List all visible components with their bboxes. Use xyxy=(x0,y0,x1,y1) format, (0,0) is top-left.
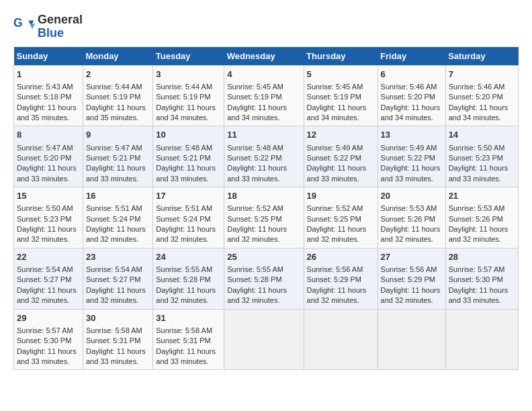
day-number: 3 xyxy=(156,68,221,81)
day-number: 6 xyxy=(381,68,443,81)
calendar-cell: 25Sunrise: 5:55 AMSunset: 5:28 PMDayligh… xyxy=(224,248,304,309)
daylight-text: Daylight: 11 hours and 32 minutes. xyxy=(449,225,508,243)
sunset-text: Sunset: 5:19 PM xyxy=(227,93,281,101)
calendar-cell: 7Sunrise: 5:46 AMSunset: 5:20 PMDaylight… xyxy=(445,65,518,126)
daylight-text: Daylight: 11 hours and 33 minutes. xyxy=(17,347,77,365)
daylight-text: Daylight: 11 hours and 33 minutes. xyxy=(17,164,77,182)
day-number: 10 xyxy=(156,129,221,141)
daylight-text: Daylight: 11 hours and 34 minutes. xyxy=(307,103,367,122)
day-number: 14 xyxy=(449,129,515,141)
calendar-cell: 3Sunrise: 5:44 AMSunset: 5:19 PMDaylight… xyxy=(153,65,224,126)
daylight-text: Daylight: 11 hours and 33 minutes. xyxy=(86,164,146,182)
calendar-cell: 20Sunrise: 5:53 AMSunset: 5:26 PMDayligh… xyxy=(378,187,445,248)
sunset-text: Sunset: 5:22 PM xyxy=(307,154,361,162)
day-number: 19 xyxy=(307,190,375,202)
sunset-text: Sunset: 5:31 PM xyxy=(86,336,140,345)
sunset-text: Sunset: 5:19 PM xyxy=(307,93,361,101)
day-number: 26 xyxy=(307,251,375,263)
day-number: 29 xyxy=(17,312,80,324)
sunrise-text: Sunrise: 5:54 AM xyxy=(86,265,142,273)
sunrise-text: Sunrise: 5:45 AM xyxy=(307,83,363,91)
daylight-text: Daylight: 11 hours and 34 minutes. xyxy=(449,103,508,122)
daylight-text: Daylight: 11 hours and 32 minutes. xyxy=(381,286,441,304)
sunset-text: Sunset: 5:24 PM xyxy=(156,215,210,223)
daylight-text: Daylight: 11 hours and 32 minutes. xyxy=(307,286,367,304)
sunrise-text: Sunrise: 5:54 AM xyxy=(17,265,73,273)
day-number: 25 xyxy=(227,251,300,263)
sunset-text: Sunset: 5:27 PM xyxy=(86,275,140,283)
page-header: G GeneralBlue xyxy=(13,13,519,40)
week-row-4: 22Sunrise: 5:54 AMSunset: 5:27 PMDayligh… xyxy=(14,248,519,309)
sunrise-text: Sunrise: 5:55 AM xyxy=(227,265,283,273)
day-number: 20 xyxy=(381,190,443,202)
calendar-cell xyxy=(304,309,378,370)
sunrise-text: Sunrise: 5:46 AM xyxy=(449,83,505,91)
day-number: 31 xyxy=(156,312,221,324)
header-sunday: Sunday xyxy=(14,47,83,66)
day-number: 18 xyxy=(227,190,300,202)
day-number: 21 xyxy=(449,190,515,202)
day-number: 13 xyxy=(381,129,443,141)
sunrise-text: Sunrise: 5:53 AM xyxy=(381,204,437,212)
day-number: 11 xyxy=(227,129,300,141)
calendar-cell: 13Sunrise: 5:49 AMSunset: 5:22 PMDayligh… xyxy=(378,126,445,187)
week-row-2: 8Sunrise: 5:47 AMSunset: 5:20 PMDaylight… xyxy=(14,126,519,187)
daylight-text: Daylight: 11 hours and 33 minutes. xyxy=(449,164,508,182)
svg-text:G: G xyxy=(13,16,23,30)
daylight-text: Daylight: 11 hours and 32 minutes. xyxy=(156,225,216,243)
sunset-text: Sunset: 5:19 PM xyxy=(86,93,140,101)
daylight-text: Daylight: 11 hours and 34 minutes. xyxy=(227,103,287,122)
daylight-text: Daylight: 11 hours and 32 minutes. xyxy=(227,225,287,243)
sunset-text: Sunset: 5:29 PM xyxy=(381,275,435,283)
sunset-text: Sunset: 5:26 PM xyxy=(381,215,435,223)
day-number: 24 xyxy=(156,251,221,263)
day-number: 23 xyxy=(86,251,150,263)
calendar-cell: 23Sunrise: 5:54 AMSunset: 5:27 PMDayligh… xyxy=(83,248,152,309)
daylight-text: Daylight: 11 hours and 35 minutes. xyxy=(86,103,146,122)
sunset-text: Sunset: 5:20 PM xyxy=(381,93,435,101)
calendar-cell: 9Sunrise: 5:47 AMSunset: 5:21 PMDaylight… xyxy=(83,126,152,187)
sunrise-text: Sunrise: 5:55 AM xyxy=(156,265,212,273)
logo-icon: G xyxy=(13,16,35,38)
sunset-text: Sunset: 5:30 PM xyxy=(449,275,503,283)
calendar-cell xyxy=(378,309,445,370)
sunset-text: Sunset: 5:29 PM xyxy=(307,275,361,283)
header-tuesday: Tuesday xyxy=(153,47,224,66)
sunrise-text: Sunrise: 5:57 AM xyxy=(449,265,505,273)
sunrise-text: Sunrise: 5:48 AM xyxy=(156,144,212,152)
logo: G GeneralBlue xyxy=(13,13,83,40)
calendar-cell: 16Sunrise: 5:51 AMSunset: 5:24 PMDayligh… xyxy=(83,187,152,248)
calendar-cell: 5Sunrise: 5:45 AMSunset: 5:19 PMDaylight… xyxy=(304,65,378,126)
sunset-text: Sunset: 5:24 PM xyxy=(86,215,140,223)
sunset-text: Sunset: 5:23 PM xyxy=(449,154,503,162)
calendar-cell: 31Sunrise: 5:58 AMSunset: 5:31 PMDayligh… xyxy=(153,309,224,370)
daylight-text: Daylight: 11 hours and 34 minutes. xyxy=(381,103,441,122)
calendar-cell: 30Sunrise: 5:58 AMSunset: 5:31 PMDayligh… xyxy=(83,309,152,370)
svg-marker-2 xyxy=(30,24,35,29)
daylight-text: Daylight: 11 hours and 33 minutes. xyxy=(227,164,287,182)
week-row-3: 15Sunrise: 5:50 AMSunset: 5:23 PMDayligh… xyxy=(14,187,519,248)
sunset-text: Sunset: 5:28 PM xyxy=(227,275,281,283)
daylight-text: Daylight: 11 hours and 32 minutes. xyxy=(17,225,77,243)
calendar-cell: 26Sunrise: 5:56 AMSunset: 5:29 PMDayligh… xyxy=(304,248,378,309)
calendar-cell: 29Sunrise: 5:57 AMSunset: 5:30 PMDayligh… xyxy=(14,309,83,370)
daylight-text: Daylight: 11 hours and 33 minutes. xyxy=(449,286,508,304)
day-number: 17 xyxy=(156,190,221,202)
sunrise-text: Sunrise: 5:57 AM xyxy=(17,326,73,334)
daylight-text: Daylight: 11 hours and 32 minutes. xyxy=(381,225,441,243)
sunset-text: Sunset: 5:25 PM xyxy=(227,215,281,223)
sunset-text: Sunset: 5:18 PM xyxy=(17,93,71,101)
calendar-cell: 18Sunrise: 5:52 AMSunset: 5:25 PMDayligh… xyxy=(224,187,304,248)
day-number: 27 xyxy=(381,251,443,263)
week-row-1: 1Sunrise: 5:43 AMSunset: 5:18 PMDaylight… xyxy=(14,65,519,126)
header-monday: Monday xyxy=(83,47,152,66)
sunset-text: Sunset: 5:25 PM xyxy=(307,215,361,223)
sunrise-text: Sunrise: 5:43 AM xyxy=(17,83,73,91)
calendar-cell xyxy=(445,309,518,370)
sunrise-text: Sunrise: 5:52 AM xyxy=(307,204,363,212)
sunrise-text: Sunrise: 5:53 AM xyxy=(449,204,505,212)
calendar-cell: 4Sunrise: 5:45 AMSunset: 5:19 PMDaylight… xyxy=(224,65,304,126)
calendar-cell: 2Sunrise: 5:44 AMSunset: 5:19 PMDaylight… xyxy=(83,65,152,126)
daylight-text: Daylight: 11 hours and 32 minutes. xyxy=(17,286,77,304)
calendar-cell: 19Sunrise: 5:52 AMSunset: 5:25 PMDayligh… xyxy=(304,187,378,248)
